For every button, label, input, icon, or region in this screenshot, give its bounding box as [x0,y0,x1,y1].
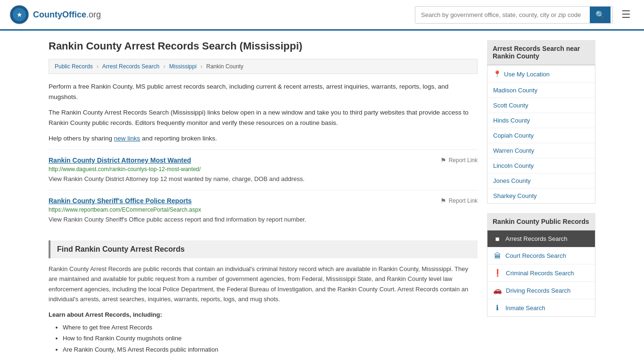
nearby-county-5: Lincoln County [487,158,595,173]
main-container: Rankin County Arrest Records Search (Mis… [39,31,605,362]
site-header: ★ CountyOffice.org 🔍 ☰ [0,0,644,31]
header-right: 🔍 ☰ [415,6,635,24]
nearby-county-0: Madison County [487,83,595,98]
use-location-item[interactable]: 📍 Use My Location [487,66,595,83]
menu-button[interactable]: ☰ [618,7,635,23]
public-record-link-3[interactable]: 🚗 Driving Records Search [487,282,595,299]
learn-list-header: Learn about Arrest Records, including: [49,311,478,318]
search-button[interactable]: 🔍 [590,7,611,23]
flag-icon-1: ⚑ [440,197,446,205]
nearby-county-2: Hinds County [487,113,595,128]
resource-desc-1: View Rankin County Sheriff's Office publ… [49,215,478,224]
breadcrumb-public-records[interactable]: Public Records [55,63,93,70]
location-pin-icon: 📍 [493,70,501,78]
svg-text:★: ★ [17,11,23,18]
public-record-link-4[interactable]: ℹ Inmate Search [487,299,595,316]
resource-block-1: Rankin County Sheriff's Office Police Re… [49,190,478,231]
nearby-county-1: Scott County [487,98,595,113]
desc3-prefix: Help others by sharing [49,135,114,142]
record-icon-3: 🚗 [493,286,502,295]
find-section: Find Rankin County Arrest Records Rankin… [49,240,478,355]
record-icon-0: ■ [493,235,502,243]
search-input[interactable] [415,8,590,22]
breadcrumb-mississippi[interactable]: Mississippi [169,63,197,70]
nearby-county-link-1[interactable]: Scott County [487,98,595,113]
public-record-link-0[interactable]: ■ Arrest Records Search [487,230,595,247]
desc3-suffix: and reporting broken links. [140,135,217,142]
learn-item-2: Are Rankin County, MS Arrest Records pub… [63,344,478,355]
resource-desc-0: View Rankin County District Attorney top… [49,174,478,184]
nearby-county-link-7[interactable]: Sharkey County [487,189,595,203]
sidebar: Arrest Records Search near Rankin County… [487,40,595,355]
resource-links: Rankin County District Attorney Most Wan… [49,149,478,231]
record-icon-4: ℹ [493,304,502,312]
nearby-county-link-6[interactable]: Jones County [487,173,595,188]
nearby-county-6: Jones County [487,173,595,189]
public-records-list: ■ Arrest Records Search 🏛 Court Records … [487,230,595,317]
record-label-1: Court Records Search [505,252,566,259]
search-bar: 🔍 [415,6,613,24]
logo-area: ★ CountyOffice.org [9,5,101,25]
public-records-title: Rankin County Public Records [487,213,595,230]
nearby-county-link-2[interactable]: Hinds County [487,113,595,128]
resource-url-0: http://www.daguest.com/rankin-countys-to… [49,166,478,173]
nearby-county-link-3[interactable]: Copiah County [487,128,595,143]
nearby-section-title: Arrest Records Search near Rankin County [487,40,595,65]
public-record-item-2: ❗ Criminal Records Search [487,264,595,282]
resource-title-1[interactable]: Rankin County Sheriff's Office Police Re… [49,197,192,205]
learn-list: Where to get free Arrest RecordsHow to f… [49,322,478,355]
nearby-section: Arrest Records Search near Rankin County… [487,40,595,204]
nearby-list-container: 📍 Use My Location Madison CountyScott Co… [487,65,595,204]
public-record-item-0: ■ Arrest Records Search [487,230,595,247]
nearby-county-4: Warren County [487,143,595,158]
breadcrumb-sep-1: › [97,63,99,70]
resource-title-0[interactable]: Rankin County District Attorney Most Wan… [49,156,191,164]
report-link-btn-1[interactable]: ⚑ Report Link [440,197,478,205]
public-record-item-3: 🚗 Driving Records Search [487,282,595,299]
resource-url-1: https://www.reportbeam.com/ECommercePort… [49,206,478,213]
nearby-county-link-0[interactable]: Madison County [487,83,595,98]
public-record-link-1[interactable]: 🏛 Court Records Search [487,247,595,264]
public-record-item-4: ℹ Inmate Search [487,299,595,316]
breadcrumb-sep-2: › [163,63,165,70]
nearby-county-link-5[interactable]: Lincoln County [487,158,595,173]
nearby-county-7: Sharkey County [487,189,595,203]
record-icon-2: ❗ [493,269,502,277]
nearby-county-link-4[interactable]: Warren County [487,143,595,158]
breadcrumb-sep-3: › [200,63,202,70]
content-area: Rankin County Arrest Records Search (Mis… [49,40,478,355]
breadcrumb-current: Rankin County [206,63,244,70]
record-label-2: Criminal Records Search [506,270,574,277]
page-title: Rankin County Arrest Records Search (Mis… [49,40,478,52]
public-record-link-2[interactable]: ❗ Criminal Records Search [487,264,595,281]
breadcrumb-arrest-records[interactable]: Arrest Records Search [102,63,159,70]
learn-item-0: Where to get free Arrest Records [63,322,478,333]
description-1: Perform a free Rankin County, MS public … [49,82,478,102]
find-section-header: Find Rankin County Arrest Records [49,240,478,258]
nearby-county-3: Copiah County [487,128,595,143]
public-record-item-1: 🏛 Court Records Search [487,247,595,264]
new-links-link[interactable]: new links [114,135,140,142]
flag-icon-0: ⚑ [440,156,446,164]
resource-block-0: Rankin County District Attorney Most Wan… [49,149,478,190]
report-link-btn-0[interactable]: ⚑ Report Link [440,156,478,164]
logo-icon: ★ [9,5,29,25]
description-3: Help others by sharing new links and rep… [49,133,478,144]
record-label-0: Arrest Records Search [505,235,568,242]
description-2: The Rankin County Arrest Records Search … [49,107,478,128]
logo-text: CountyOffice.org [33,10,101,20]
find-section-text: Rankin County Arrest Records are public … [49,264,478,304]
use-location-link[interactable]: Use My Location [504,71,550,78]
public-records-section: Rankin County Public Records ■ Arrest Re… [487,213,595,317]
record-label-3: Driving Records Search [506,287,570,294]
record-icon-1: 🏛 [493,252,502,260]
nearby-county-list: Madison CountyScott CountyHinds CountyCo… [487,83,595,203]
breadcrumb: Public Records › Arrest Records Search ›… [49,59,478,74]
learn-item-1: How to find Rankin County mugshots onlin… [63,333,478,344]
record-label-4: Inmate Search [505,304,545,312]
